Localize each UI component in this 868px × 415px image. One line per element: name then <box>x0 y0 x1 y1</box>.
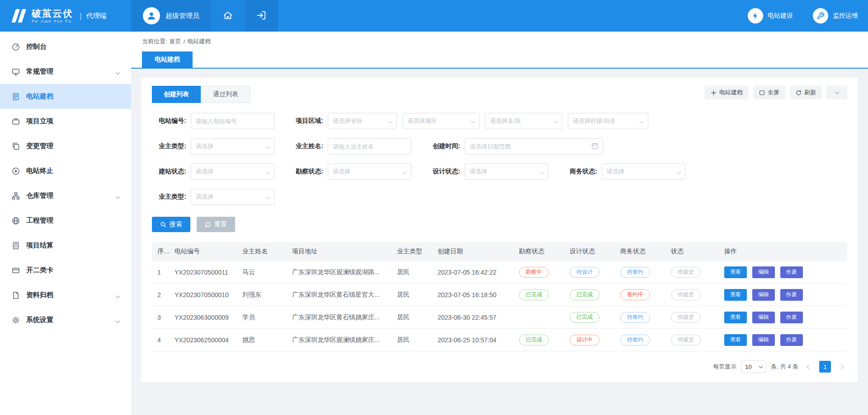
nav-station-build[interactable]: 电站建设 <box>738 0 803 32</box>
chevron-down-icon <box>677 169 681 174</box>
nav-monitor-ops-label: 监控运维 <box>833 12 858 20</box>
avatar <box>143 7 160 24</box>
logo: 破茧云伏 Po Jian Yun Fu | 代理端 <box>0 0 131 32</box>
sidebar-item-station-filing[interactable]: 电站建档 <box>0 84 131 109</box>
copy-icon <box>12 142 20 150</box>
sidebar-item-project-initiation[interactable]: 项目立项 <box>0 109 131 134</box>
sidebar-item-card-opening[interactable]: 开二类卡 <box>0 258 131 283</box>
chevron-down-icon <box>554 119 558 123</box>
station-no-label: 电站编号: <box>152 117 186 125</box>
nav-monitor-ops[interactable]: 监控运维 <box>803 0 868 32</box>
sidebar-item-project-settlement[interactable]: 项目结算 <box>0 233 131 258</box>
per-page-select[interactable]: 10 <box>741 360 766 373</box>
edit-button[interactable]: 编辑 <box>752 334 775 346</box>
sidebar-item-system-settings[interactable]: 系统设置 <box>0 308 131 332</box>
edit-button[interactable]: 编辑 <box>752 312 775 323</box>
build-status-select[interactable]: 请选择 <box>191 163 274 180</box>
void-button[interactable]: 作废 <box>780 289 803 301</box>
chevron-down-icon <box>266 169 270 174</box>
owner-type-select[interactable]: 请选择 <box>191 138 274 154</box>
dashboard-icon <box>12 43 20 51</box>
void-button[interactable]: 作废 <box>780 334 803 346</box>
chevron-down-icon <box>835 90 839 94</box>
survey-status-select[interactable]: 请选择 <box>328 163 411 180</box>
business-status-select[interactable]: 请选择 <box>602 163 685 180</box>
survey-status-label: 勘察状态: <box>289 168 323 176</box>
view-button[interactable]: 查看 <box>724 289 747 301</box>
nav-station-build-label: 电站建设 <box>768 12 793 20</box>
design-status-badge: 待设计 <box>570 267 599 278</box>
owner-name-input[interactable] <box>328 138 411 154</box>
station-no-input[interactable] <box>191 113 274 129</box>
owner-type2-select[interactable]: 请选择 <box>191 189 274 205</box>
view-button[interactable]: 查看 <box>724 334 747 346</box>
prev-page-button[interactable] <box>803 361 815 373</box>
town-select[interactable]: 请选择村镇/街道 <box>568 113 648 129</box>
city-select[interactable]: 请选择城市 <box>402 113 480 129</box>
table-row: 2 YX2023070500010 刘强东 广东深圳龙华区黄石镇星官大... 居… <box>152 284 847 306</box>
chevron-down-icon <box>471 119 476 123</box>
sidebar-item-warehouse-management[interactable]: 仓库管理 <box>0 183 131 208</box>
design-status-select[interactable]: 请选择 <box>465 163 548 180</box>
collapse-button[interactable] <box>826 86 847 99</box>
sidebar-item-general-management[interactable]: 常规管理 <box>0 59 131 84</box>
design-status-badge: 已完成 <box>570 312 599 323</box>
lightning-icon <box>748 8 763 23</box>
tab-passed-list[interactable]: 通过列表 <box>201 86 250 103</box>
date-range-input[interactable] <box>465 138 603 154</box>
top-header: 破茧云伏 Po Jian Yun Fu | 代理端 超级管理员 电站建设 监控运… <box>0 0 868 32</box>
business-status-badge: 待签约 <box>620 312 650 323</box>
chevron-down-icon <box>266 195 270 199</box>
station-filing-panel: 创建列表 通过列表 电站建档 全屏 <box>141 78 858 382</box>
status-badge: 待提交 <box>671 289 701 300</box>
station-table: 序号 电站编号 业主姓名 项目地址 业主类型 创建日期 勘察状态 设计状态 商务… <box>152 242 847 351</box>
tab-create-list[interactable]: 创建列表 <box>152 86 201 103</box>
user-name: 超级管理员 <box>165 12 199 20</box>
table-row: 4 YX2023062500004 姚思 广东深圳龙华区观澜镇姚家庄... 居民… <box>152 329 847 351</box>
void-button[interactable]: 作废 <box>780 266 803 278</box>
page-1-button[interactable]: 1 <box>819 361 831 373</box>
view-button[interactable]: 查看 <box>724 266 747 278</box>
edit-button[interactable]: 编辑 <box>752 266 775 278</box>
breadcrumb-separator: / <box>184 38 185 45</box>
reset-button[interactable]: 重置 <box>197 217 235 232</box>
sidebar-item-station-termination[interactable]: 电站终止 <box>0 159 131 183</box>
edit-button[interactable]: 编辑 <box>752 289 775 301</box>
sidebar-item-console[interactable]: 控制台 <box>0 34 131 59</box>
survey-status-badge: 勘察中 <box>519 267 549 278</box>
business-status-badge: 待签约 <box>620 335 650 345</box>
province-select[interactable]: 请选择省份 <box>328 113 397 129</box>
create-station-button[interactable]: 电站建档 <box>705 86 749 99</box>
chevron-down-icon <box>640 119 644 123</box>
survey-status-badge: 已完成 <box>519 335 549 345</box>
create-time-label: 创建时间: <box>426 142 460 150</box>
chevron-down-icon <box>759 364 763 368</box>
fullscreen-button[interactable]: 全屏 <box>753 86 785 99</box>
sidebar-item-change-management[interactable]: 变更管理 <box>0 134 131 159</box>
business-status-badge: 待签约 <box>620 267 650 278</box>
tab-station-filing[interactable]: 电站建档 <box>142 51 193 68</box>
breadcrumb-home-link[interactable]: 首页 <box>170 37 181 46</box>
briefcase-icon <box>12 117 20 126</box>
search-button[interactable]: 搜索 <box>152 217 190 232</box>
monitor-icon <box>12 68 20 76</box>
refresh-button[interactable]: 刷新 <box>790 86 822 99</box>
filter-form: 电站编号: 项目区域: 请选择省份 请选择城市 请选择县/区 请选择村镇/街道 <box>152 113 847 205</box>
void-button[interactable]: 作废 <box>780 312 803 323</box>
file-icon <box>12 291 20 299</box>
logout-button[interactable] <box>245 0 278 32</box>
status-badge: 待提交 <box>671 267 701 278</box>
sidebar-item-engineering-management[interactable]: 工程管理 <box>0 208 131 233</box>
user-menu[interactable]: 超级管理员 <box>131 0 211 32</box>
calculator-icon <box>12 242 20 250</box>
next-page-button[interactable] <box>835 361 847 373</box>
view-button[interactable]: 查看 <box>724 312 747 323</box>
business-status-label: 商务状态: <box>563 168 597 176</box>
county-select[interactable]: 请选择县/区 <box>485 113 562 129</box>
document-icon <box>12 93 20 101</box>
chevron-down-icon <box>116 192 119 200</box>
total-count-label: 条, 共 4 条 <box>771 363 798 371</box>
sidebar-item-data-archive[interactable]: 资料归档 <box>0 283 131 308</box>
chevron-down-icon <box>116 292 119 299</box>
home-button[interactable] <box>211 0 245 32</box>
